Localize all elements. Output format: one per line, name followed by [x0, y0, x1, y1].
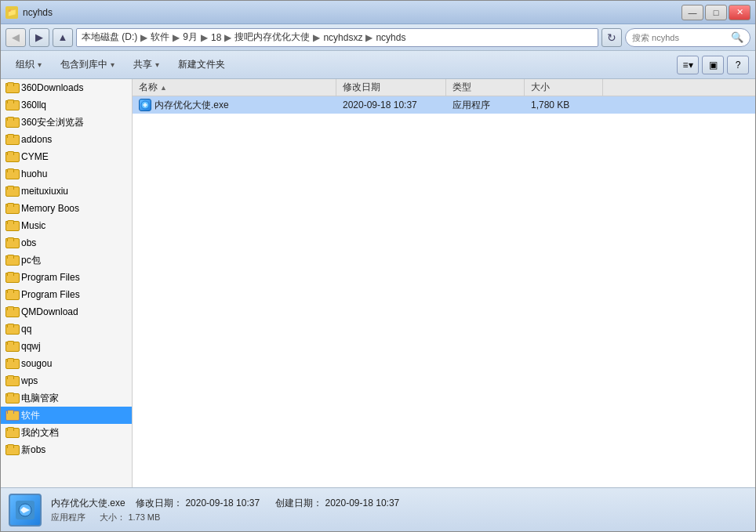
pane-button[interactable]: ▣	[702, 56, 724, 74]
sidebar-item-memory-boost[interactable]: Memory Boos	[1, 200, 132, 217]
toolbar: 组织 ▾ 包含到库中 ▾ 共享 ▾ 新建文件夹 ≡ ▾ ▣ ?	[1, 51, 755, 79]
minimize-button[interactable]: —	[681, 5, 703, 20]
sidebar: 360Downloads 360llq 360安全浏览器 addons CYME…	[1, 79, 133, 487]
file-size: 1,780 KB	[531, 100, 569, 110]
folder-icon	[5, 100, 18, 110]
view-toggle-button[interactable]: ≡ ▾	[677, 56, 699, 74]
col-type-label: 类型	[453, 81, 471, 94]
sidebar-label: 新obs	[21, 443, 45, 457]
sidebar-item-software[interactable]: 软件	[1, 407, 132, 424]
folder-icon	[5, 289, 18, 300]
breadcrumb-month[interactable]: 9月	[183, 31, 198, 44]
status-created-value: 2020-09-18 10:37	[325, 498, 399, 508]
sidebar-item-addons[interactable]: addons	[1, 131, 132, 148]
sidebar-item-qq[interactable]: qq	[1, 320, 132, 338]
sidebar-label: qq	[21, 324, 31, 335]
status-line1: 内存优化大使.exe 修改日期： 2020-09-18 10:37 创建日期： …	[51, 497, 399, 510]
sidebar-item-wps[interactable]: wps	[1, 372, 132, 389]
address-bar-row: ◀ ▶ ▲ 本地磁盘 (D:) ▶ 软件 ▶ 9月 ▶ 18 ▶ 搜吧内存优化大…	[1, 24, 755, 51]
breadcrumb[interactable]: 本地磁盘 (D:) ▶ 软件 ▶ 9月 ▶ 18 ▶ 搜吧内存优化大使 ▶ nc…	[76, 28, 598, 47]
window: 📁 ncyhds — □ ✕ ◀ ▶ ▲ 本地磁盘 (D:) ▶ 软件 ▶ 9月…	[0, 0, 756, 532]
sidebar-label: 电脑管家	[21, 392, 59, 405]
status-thumbnail	[9, 494, 42, 527]
search-input[interactable]	[632, 33, 728, 42]
include-dropdown-icon: ▾	[111, 60, 114, 69]
breadcrumb-xz[interactable]: ncyhdsxz	[323, 32, 362, 43]
sidebar-label: 360安全浏览器	[21, 116, 84, 129]
sidebar-item-360browser[interactable]: 360安全浏览器	[1, 114, 132, 131]
column-header-type[interactable]: 类型	[446, 79, 525, 96]
sidebar-label: Program Files	[21, 272, 80, 283]
breadcrumb-software[interactable]: 软件	[151, 31, 169, 44]
breadcrumb-day[interactable]: 18	[211, 32, 221, 43]
organize-button[interactable]: 组织 ▾	[7, 54, 50, 76]
sidebar-item-360llq[interactable]: 360llq	[1, 96, 132, 114]
sidebar-label: huohu	[21, 168, 47, 179]
breadcrumb-sep5: ▶	[313, 32, 320, 43]
sidebar-item-sougou[interactable]: sougou	[1, 355, 132, 372]
new-folder-button[interactable]: 新建文件夹	[169, 54, 234, 76]
folder-icon	[5, 358, 18, 369]
help-button[interactable]: ?	[727, 56, 749, 74]
sidebar-item-music[interactable]: Music	[1, 217, 132, 234]
folder-icon	[5, 341, 18, 352]
sidebar-label: meituxiuxiu	[21, 186, 68, 197]
sidebar-label: 我的文档	[21, 426, 59, 440]
breadcrumb-sep2: ▶	[173, 32, 180, 43]
breadcrumb-sep6: ▶	[365, 32, 373, 43]
column-header-name[interactable]: 名称 ▲	[133, 79, 336, 96]
sidebar-item-programfiles2[interactable]: Program Files	[1, 286, 132, 303]
sidebar-item-programfiles1[interactable]: Program Files	[1, 269, 132, 286]
folder-icon	[5, 117, 18, 128]
status-line2: 应用程序 大小： 1.73 MB	[51, 512, 399, 523]
title-bar-left: 📁 ncyhds	[5, 6, 681, 19]
search-box[interactable]: 🔍	[625, 28, 751, 47]
sidebar-item-obs[interactable]: obs	[1, 234, 132, 252]
sidebar-item-cyme[interactable]: CYME	[1, 148, 132, 165]
status-created-label: 创建日期：	[275, 498, 322, 508]
sidebar-item-360downloads[interactable]: 360Downloads	[1, 79, 132, 96]
share-button[interactable]: 共享 ▾	[125, 54, 168, 76]
search-icon: 🔍	[731, 31, 743, 43]
table-row[interactable]: 内存优化大使.exe 2020-09-18 10:37 应用程序 1,780 K…	[133, 96, 755, 114]
close-button[interactable]: ✕	[729, 5, 751, 20]
sidebar-label: sougou	[21, 358, 52, 369]
folder-icon	[5, 427, 18, 438]
folder-icon	[5, 203, 18, 214]
file-list-body: 内存优化大使.exe 2020-09-18 10:37 应用程序 1,780 K…	[133, 96, 755, 487]
sidebar-item-meituxiuxiu[interactable]: meituxiuxiu	[1, 183, 132, 200]
column-header-size[interactable]: 大小	[525, 79, 603, 96]
sidebar-item-mydocs[interactable]: 我的文档	[1, 424, 132, 441]
sidebar-label: Music	[21, 220, 45, 231]
maximize-button[interactable]: □	[705, 5, 727, 20]
sidebar-item-qmdownload[interactable]: QMDownload	[1, 303, 132, 320]
folder-icon	[5, 220, 18, 231]
breadcrumb-drive[interactable]: 本地磁盘 (D:)	[82, 31, 137, 44]
file-cell-type: 应用程序	[446, 96, 525, 114]
sidebar-label: 360llq	[21, 100, 46, 110]
sidebar-item-pcguard[interactable]: 电脑管家	[1, 389, 132, 407]
forward-button[interactable]: ▶	[29, 28, 49, 47]
breadcrumb-app[interactable]: 搜吧内存优化大使	[234, 31, 310, 44]
folder-icon	[5, 272, 18, 283]
folder-icon	[5, 393, 18, 404]
back-button[interactable]: ◀	[5, 28, 26, 47]
column-header-date[interactable]: 修改日期	[336, 79, 446, 96]
col-date-label: 修改日期	[343, 81, 380, 94]
up-button[interactable]: ▲	[53, 28, 73, 47]
file-cell-size: 1,780 KB	[525, 96, 603, 114]
include-button[interactable]: 包含到库中 ▾	[52, 54, 123, 76]
folder-title-icon: 📁	[5, 6, 18, 19]
sidebar-label: obs	[21, 237, 36, 248]
folder-icon	[5, 151, 18, 162]
status-bar: 内存优化大使.exe 修改日期： 2020-09-18 10:37 创建日期： …	[1, 487, 755, 531]
include-label: 包含到库中	[60, 58, 107, 71]
sidebar-item-newobs[interactable]: 新obs	[1, 441, 132, 458]
breadcrumb-current[interactable]: ncyhds	[376, 32, 405, 43]
refresh-button[interactable]: ↻	[602, 28, 622, 47]
status-filename: 内存优化大使.exe	[51, 498, 125, 508]
sidebar-label: addons	[21, 134, 52, 145]
sidebar-item-qqwj[interactable]: qqwj	[1, 338, 132, 355]
sidebar-item-pcbao[interactable]: pc包	[1, 252, 132, 269]
sidebar-item-huohu[interactable]: huohu	[1, 165, 132, 183]
